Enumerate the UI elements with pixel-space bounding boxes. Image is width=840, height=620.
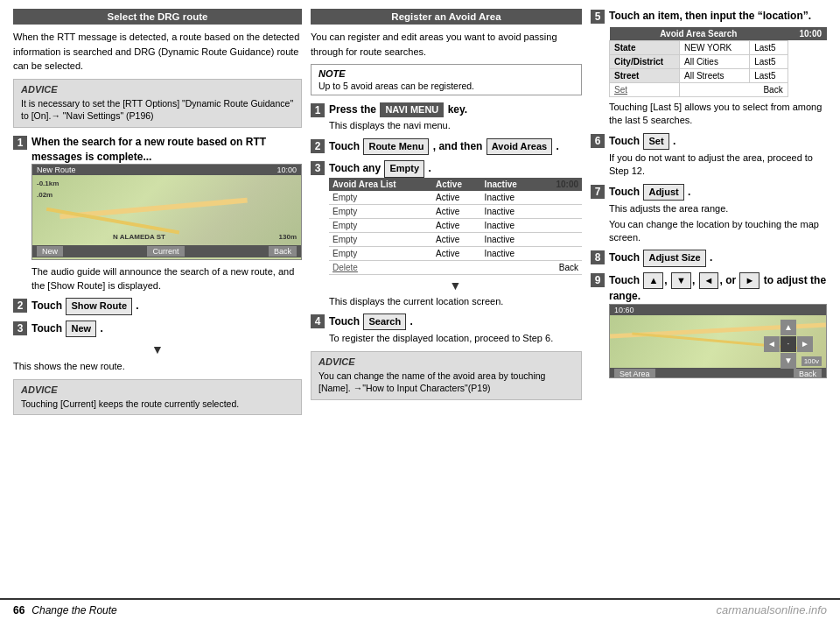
street-last5[interactable]: Last5 xyxy=(750,68,788,82)
right-step5-content: Touch an item, then input the “location”… xyxy=(609,9,827,128)
new-button[interactable]: New xyxy=(66,321,96,337)
street-label: Street xyxy=(610,68,680,82)
map-dist2: .02m xyxy=(37,191,52,199)
avoid-row-inactive: Inactive xyxy=(481,232,539,246)
avoid-areas-button[interactable]: Avoid Areas xyxy=(486,138,552,155)
avoid-set-btn[interactable]: Set xyxy=(610,82,680,96)
table-row: Street All Streets Last5 xyxy=(610,68,827,82)
right-step9-title: Touch ▲, ▼, ◄, or ► to adjust the range. xyxy=(609,272,827,304)
mid-step2: 2 Touch Route Menu , and then Avoid Area… xyxy=(311,138,582,155)
map-current-button[interactable]: Current xyxy=(147,246,184,257)
map-dist3: 130m xyxy=(279,233,297,241)
nav-map-time: 10:60 xyxy=(614,306,634,314)
right-arrow-icon[interactable]: ► xyxy=(739,272,760,289)
left-step2-prefix: Touch xyxy=(32,299,62,312)
show-route-button[interactable]: Show Route xyxy=(66,298,132,314)
mid-step1: 1 Press the NAVI MENU key. This displays… xyxy=(311,102,582,133)
set-button[interactable]: Set xyxy=(643,133,668,150)
map-new-button[interactable]: New xyxy=(37,246,63,257)
avoid-row-inactive: Inactive xyxy=(481,191,539,205)
left-section-header: Select the DRG route xyxy=(13,9,302,25)
right-step6-dot: . xyxy=(673,135,676,147)
street-value[interactable]: All Streets xyxy=(680,68,750,82)
content-area: Select the DRG route When the RTT messag… xyxy=(0,0,840,598)
avoid-search-table: Avoid Area Search 10:00 State NEW YORK L… xyxy=(609,27,827,97)
avoid-row-inactive: Inactive xyxy=(481,204,539,218)
nav-left-button[interactable]: ◄ xyxy=(764,336,780,352)
note-text: Up to 5 avoid areas can be registered. xyxy=(318,81,574,91)
empty-button[interactable]: Empty xyxy=(384,160,424,177)
left-advice-header: ADVICE xyxy=(21,84,294,95)
mid-step4-title: Touch Search . xyxy=(329,314,582,330)
right-step7-content: Touch Adjust . This adjusts the area ran… xyxy=(609,184,827,245)
left-step3-body: This shows the new route. xyxy=(13,359,302,374)
left-map: New Route 10:00 -0.1km .02m 130m N ALAME… xyxy=(32,164,302,260)
left-step2: 2 Touch Show Route . xyxy=(13,298,302,314)
table-row: EmptyActiveInactive xyxy=(329,191,582,205)
table-row: City/District All Cities Last5 xyxy=(610,54,827,68)
right-step5: 5 Touch an item, then input the “locatio… xyxy=(591,9,827,128)
navi-menu-button[interactable]: NAVI MENU xyxy=(380,102,444,117)
mid-step4-body: To register the displayed location, proc… xyxy=(329,332,582,345)
table-row: State NEW YORK Last5 xyxy=(610,40,827,54)
avoid-row-name[interactable]: Empty xyxy=(329,232,432,246)
state-value[interactable]: NEW YORK xyxy=(680,40,750,54)
nav-ne xyxy=(797,320,813,335)
mid-step3-content: Touch any Empty . Avoid Area List Active… xyxy=(329,160,582,308)
avoid-row-name[interactable]: Empty xyxy=(329,204,432,218)
city-last5[interactable]: Last5 xyxy=(750,54,788,68)
avoid-row-empty xyxy=(539,232,582,246)
search-button[interactable]: Search xyxy=(363,314,406,330)
right-step7-dot: . xyxy=(688,186,690,198)
right-step6: 6 Touch Set . If you do not want to adju… xyxy=(591,133,827,179)
left-step3-num: 3 xyxy=(13,321,27,335)
page: Select the DRG route When the RTT messag… xyxy=(0,0,840,620)
nav-set-area-button[interactable]: Set Area xyxy=(614,369,655,378)
mid-step1-prefix: Press the xyxy=(329,103,376,116)
avoid-row-name[interactable]: Empty xyxy=(329,246,432,260)
avoid-row-name[interactable]: Empty xyxy=(329,191,432,205)
avoid-table-delete[interactable]: Delete xyxy=(329,260,432,274)
avoid-row-active: Active xyxy=(432,218,481,232)
state-last5[interactable]: Last5 xyxy=(750,40,788,54)
adjust-size-button[interactable]: Adjust Size xyxy=(643,250,705,266)
right-step8: 8 Touch Adjust Size . xyxy=(591,250,827,266)
down-arrow-icon[interactable]: ▼ xyxy=(671,272,691,289)
table-row: Set Back xyxy=(610,82,827,96)
mid-step4: 4 Touch Search . To register the display… xyxy=(311,314,582,346)
left-advice2-box: ADVICE Touching [Current] keeps the rout… xyxy=(13,379,302,416)
right-step6-num: 6 xyxy=(591,134,605,148)
avoid-table-back[interactable]: Back xyxy=(432,260,582,274)
avoid-back-btn[interactable]: Back xyxy=(680,82,788,96)
city-value[interactable]: All Cities xyxy=(680,54,750,68)
left-step3-dot: . xyxy=(100,322,102,335)
mid-step3-num: 3 xyxy=(311,161,325,175)
left-column: Select the DRG route When the RTT messag… xyxy=(13,9,302,589)
avoid-table-time: 10:00 xyxy=(539,178,582,191)
nav-back-button[interactable]: Back xyxy=(794,369,822,378)
left-down-arrow: ▼ xyxy=(13,342,302,356)
right-step8-dot: . xyxy=(710,251,712,264)
table-row: EmptyActiveInactive xyxy=(329,204,582,218)
nav-right-button[interactable]: ► xyxy=(797,336,813,352)
adjust-button[interactable]: Adjust xyxy=(643,184,683,201)
nav-nw xyxy=(764,320,780,335)
left-arrow-icon[interactable]: ◄ xyxy=(699,272,719,289)
nav-up-button[interactable]: ▲ xyxy=(780,320,796,335)
left-step2-content: Touch Show Route . xyxy=(32,298,302,314)
up-arrow-icon[interactable]: ▲ xyxy=(643,272,663,289)
table-row: EmptyActiveInactive xyxy=(329,218,582,232)
right-step7-body2: You can change the location by touching … xyxy=(609,218,827,245)
avoid-row-name[interactable]: Empty xyxy=(329,218,432,232)
right-step8-prefix: Touch xyxy=(609,251,640,264)
route-menu-button[interactable]: Route Menu xyxy=(363,138,429,155)
right-column: 5 Touch an item, then input the “locatio… xyxy=(591,9,827,589)
right-step8-content: Touch Adjust Size . xyxy=(609,250,827,266)
mid-step3-title: Touch any Empty . xyxy=(329,160,582,177)
map-back-button[interactable]: Back xyxy=(269,246,297,257)
right-step6-content: Touch Set . If you do not want to adjust… xyxy=(609,133,827,179)
right-step8-num: 8 xyxy=(591,250,605,264)
nav-down-button[interactable]: ▼ xyxy=(780,353,796,369)
nav-center-button[interactable]: · xyxy=(780,336,796,352)
map-street: N ALAMEDA ST xyxy=(113,233,165,241)
